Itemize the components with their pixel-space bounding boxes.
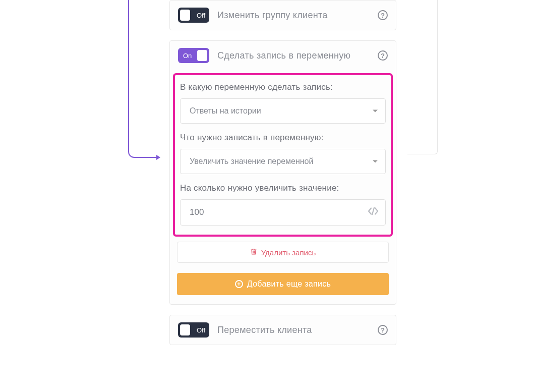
code-icon[interactable] bbox=[368, 207, 379, 218]
connector-line bbox=[128, 0, 129, 151]
card-title: Изменить группу клиента bbox=[217, 10, 370, 21]
side-panel-edge bbox=[407, 0, 438, 154]
toggle-handle bbox=[180, 10, 190, 21]
card-write-variable: On Сделать запись в переменную ? В какую… bbox=[169, 40, 396, 305]
delete-button-label: Удалить запись bbox=[261, 248, 316, 257]
toggle-change-group[interactable]: Off bbox=[178, 8, 209, 23]
add-record-button[interactable]: + Добавить еще запись bbox=[177, 273, 389, 295]
chevron-down-icon bbox=[373, 110, 378, 113]
select-what-to-write[interactable]: Увеличить значение переменной bbox=[180, 149, 386, 174]
card-move-client: Off Переместить клиента ? bbox=[169, 315, 396, 345]
input-increase-by-wrap bbox=[180, 199, 386, 226]
highlighted-form-section: В какую переменную сделать запись: Ответ… bbox=[173, 73, 393, 237]
toggle-write-variable[interactable]: On bbox=[178, 48, 209, 63]
label-which-variable: В какую переменную сделать запись: bbox=[180, 82, 386, 92]
chevron-down-icon bbox=[373, 160, 378, 163]
settings-panel: Off Изменить группу клиента ? On Сделать… bbox=[169, 0, 396, 355]
toggle-label: Off bbox=[197, 326, 205, 334]
connector-elbow bbox=[128, 150, 158, 158]
input-increase-by[interactable] bbox=[180, 199, 386, 226]
label-what-to-write: Что нужно записать в переменную: bbox=[180, 133, 386, 143]
card-header: On Сделать запись в переменную ? bbox=[170, 41, 396, 70]
help-icon[interactable]: ? bbox=[378, 50, 388, 61]
select-value: Увеличить значение переменной bbox=[180, 149, 386, 174]
card-header: Off Переместить клиента ? bbox=[170, 315, 396, 345]
toggle-handle bbox=[180, 324, 190, 335]
trash-icon bbox=[250, 248, 257, 257]
card-header: Off Изменить группу клиента ? bbox=[170, 1, 396, 30]
add-button-label: Добавить еще запись bbox=[247, 279, 331, 289]
select-which-variable[interactable]: Ответы на истории bbox=[180, 98, 386, 124]
delete-record-button[interactable]: Удалить запись bbox=[177, 242, 389, 263]
connector-arrow-icon bbox=[156, 155, 160, 160]
card-change-group: Off Изменить группу клиента ? bbox=[169, 0, 396, 30]
card-title: Сделать запись в переменную bbox=[217, 50, 370, 61]
label-increase-by: На сколько нужно увеличить значение: bbox=[180, 183, 386, 193]
help-icon[interactable]: ? bbox=[378, 10, 388, 20]
toggle-handle bbox=[197, 50, 207, 61]
toggle-label: On bbox=[183, 52, 192, 60]
select-value: Ответы на истории bbox=[180, 98, 386, 124]
card-title: Переместить клиента bbox=[217, 325, 370, 335]
plus-circle-icon: + bbox=[235, 280, 243, 288]
toggle-move-client[interactable]: Off bbox=[178, 322, 209, 338]
help-icon[interactable]: ? bbox=[378, 325, 388, 335]
toggle-label: Off bbox=[197, 12, 205, 19]
